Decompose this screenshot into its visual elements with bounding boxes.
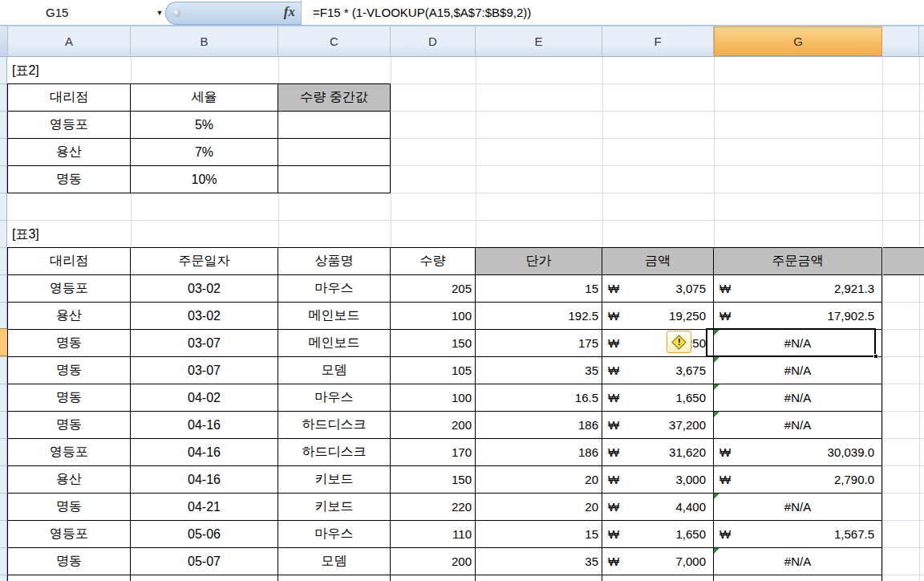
- cell-agency[interactable]: 명동: [8, 357, 131, 384]
- cell-amount[interactable]: ₩7,000: [602, 548, 714, 575]
- cell-order[interactable]: ₩17,902.5: [714, 303, 882, 330]
- cell-qty[interactable]: 205: [391, 275, 476, 303]
- name-box[interactable]: G15: [0, 0, 152, 25]
- table3-header-partial-cell[interactable]: [883, 247, 924, 275]
- cell-order[interactable]: #N/A: [714, 494, 882, 521]
- table2-cell-median[interactable]: [278, 112, 391, 139]
- cell-product[interactable]: 키보드: [278, 494, 391, 521]
- cell-order[interactable]: ₩2,921.3: [714, 275, 882, 303]
- column-header-g-selected[interactable]: G: [714, 26, 882, 56]
- cell-qty[interactable]: 170: [391, 439, 476, 466]
- cell-product[interactable]: 마우스: [278, 384, 391, 412]
- cell-agency[interactable]: 영등포: [8, 521, 131, 548]
- cell-partial[interactable]: [391, 575, 476, 581]
- table2-cell-agency[interactable]: 용산: [8, 139, 131, 166]
- cell-partial[interactable]: [278, 575, 391, 581]
- column-header-h-partial[interactable]: [882, 26, 919, 56]
- cell-unit[interactable]: 192.5: [476, 303, 602, 330]
- cell-unit[interactable]: 20: [476, 466, 602, 494]
- cell-agency[interactable]: 영등포: [8, 439, 131, 466]
- cell-order[interactable]: #N/A: [714, 412, 882, 439]
- cell-product[interactable]: 모뎀: [278, 357, 391, 384]
- table3-header-qty[interactable]: 수량: [391, 248, 476, 275]
- fill-handle[interactable]: [873, 354, 878, 359]
- cell-order[interactable]: #N/A: [714, 384, 882, 412]
- table3-label-cell[interactable]: [표3]: [10, 221, 39, 248]
- cell-qty[interactable]: 150: [391, 466, 476, 494]
- column-header-f[interactable]: F: [602, 26, 714, 56]
- table2-cell-median[interactable]: [278, 139, 391, 166]
- cell-date[interactable]: 04-16: [131, 466, 278, 494]
- table2-header-qty-median[interactable]: 수량 중간값: [278, 84, 391, 112]
- column-header-e[interactable]: E: [476, 26, 602, 56]
- cell-amount[interactable]: ₩31,620: [602, 439, 714, 466]
- table2-cell-rate[interactable]: 5%: [131, 112, 278, 139]
- cell-date[interactable]: 03-02: [131, 275, 278, 303]
- cell-unit[interactable]: 175: [476, 330, 602, 357]
- table2-label-cell[interactable]: [표2]: [10, 57, 39, 84]
- cell-amount[interactable]: ₩19,250: [602, 303, 714, 330]
- table2-header-agency[interactable]: 대리점: [8, 84, 131, 112]
- cell-date[interactable]: 04-02: [131, 384, 278, 412]
- cell-product[interactable]: 하드디스크: [278, 439, 391, 466]
- cell-partial[interactable]: [131, 575, 278, 581]
- cell-qty[interactable]: 150: [391, 330, 476, 357]
- cell-order[interactable]: #N/A: [714, 357, 882, 384]
- table3-header-amount[interactable]: 금액: [602, 248, 714, 275]
- formula-input[interactable]: =F15 * (1-VLOOKUP(A15,$A$7:$B$9,2)): [301, 0, 924, 25]
- cell-qty[interactable]: 200: [391, 548, 476, 575]
- cell-order[interactable]: ₩1,567.5: [714, 521, 882, 548]
- cell-date[interactable]: 05-07: [131, 548, 278, 575]
- table2-cell-rate[interactable]: 10%: [131, 166, 278, 193]
- cell-qty[interactable]: 200: [391, 412, 476, 439]
- cell-agency[interactable]: 용산: [8, 466, 131, 494]
- column-header-a[interactable]: A: [8, 26, 131, 56]
- error-options-button[interactable]: !: [667, 331, 691, 353]
- cell-amount[interactable]: ₩4,400: [602, 494, 714, 521]
- cell-qty[interactable]: 110: [391, 521, 476, 548]
- cell-date[interactable]: 03-07: [131, 330, 278, 357]
- cell-amount[interactable]: ₩3,675: [602, 357, 714, 384]
- cell-order[interactable]: ₩30,039.0: [714, 439, 882, 466]
- cell-unit[interactable]: 186: [476, 412, 602, 439]
- cell-date[interactable]: 03-02: [131, 303, 278, 330]
- table2-cell-median[interactable]: [278, 166, 391, 193]
- cell-date[interactable]: 04-21: [131, 494, 278, 521]
- table2-cell-rate[interactable]: 7%: [131, 139, 278, 166]
- table2-header-rate[interactable]: 세율: [131, 84, 278, 112]
- cell-product[interactable]: 하드디스크: [278, 412, 391, 439]
- table2-cell-agency[interactable]: 명동: [8, 166, 131, 193]
- cell-qty[interactable]: 220: [391, 494, 476, 521]
- cell-order-selected[interactable]: #N/A: [714, 330, 882, 357]
- column-header-c[interactable]: C: [278, 26, 391, 56]
- cell-partial[interactable]: [602, 575, 714, 581]
- row-header-sliver[interactable]: [0, 57, 7, 581]
- table3-header-date[interactable]: 주문일자: [131, 248, 278, 275]
- cell-agency[interactable]: 명동: [8, 330, 131, 357]
- cell-qty[interactable]: 100: [391, 303, 476, 330]
- cell-product[interactable]: 키보드: [278, 466, 391, 494]
- cell-order[interactable]: #N/A: [714, 548, 882, 575]
- insert-function-button[interactable]: fx: [284, 4, 295, 20]
- cell-unit[interactable]: 15: [476, 275, 602, 303]
- cell-unit[interactable]: 35: [476, 548, 602, 575]
- cell-product[interactable]: 마우스: [278, 275, 391, 303]
- cell-amount[interactable]: ₩1,650: [602, 521, 714, 548]
- cell-date[interactable]: 04-16: [131, 412, 278, 439]
- column-header-d[interactable]: D: [391, 26, 476, 56]
- cell-agency[interactable]: 영등포: [8, 275, 131, 303]
- cell-date[interactable]: 04-16: [131, 439, 278, 466]
- cell-qty[interactable]: 100: [391, 384, 476, 412]
- cell-qty[interactable]: 105: [391, 357, 476, 384]
- table3-header-order-amount[interactable]: 주문금액: [714, 248, 882, 275]
- cell-date[interactable]: 03-07: [131, 357, 278, 384]
- cell-amount[interactable]: ₩26,250: [602, 330, 714, 357]
- select-all-corner[interactable]: [0, 26, 8, 56]
- cell-product[interactable]: 모뎀: [278, 548, 391, 575]
- cell-unit[interactable]: 35: [476, 357, 602, 384]
- table3-header-product[interactable]: 상품명: [278, 248, 391, 275]
- cell-partial[interactable]: [476, 575, 602, 581]
- cell-agency[interactable]: 명동: [8, 494, 131, 521]
- cell-unit[interactable]: 20: [476, 494, 602, 521]
- column-header-b[interactable]: B: [131, 26, 278, 56]
